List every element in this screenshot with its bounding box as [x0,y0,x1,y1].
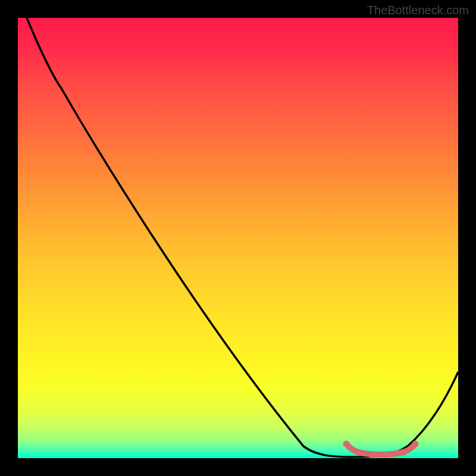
chart-plot-area [18,18,458,458]
marker-dot [384,452,390,458]
marker-dot [400,449,407,456]
marker-dot [412,441,419,447]
watermark-text: TheBottleneck.com [367,4,469,17]
bottleneck-line-chart [18,18,458,458]
bottleneck-curve-path [27,18,458,457]
marker-dot [369,452,375,458]
marker-dot [343,441,350,447]
marker-dot [355,449,362,456]
